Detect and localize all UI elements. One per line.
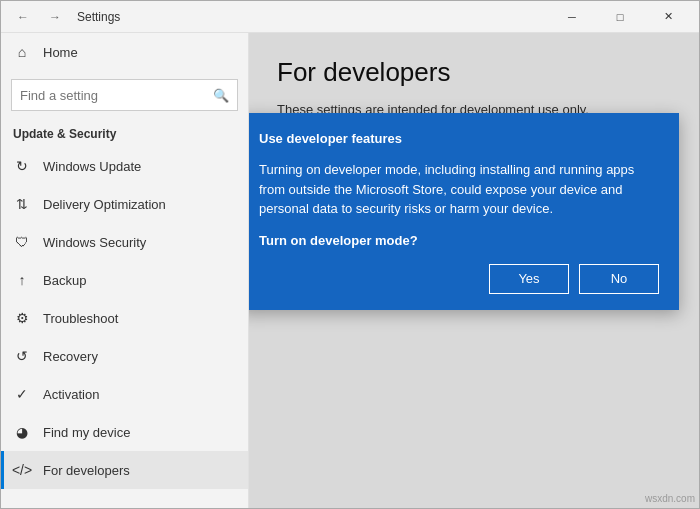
window-title: Settings xyxy=(77,10,120,24)
search-box[interactable]: 🔍 xyxy=(11,79,238,111)
sidebar-section-title: Update & Security xyxy=(1,119,248,147)
window-controls: ─ □ ✕ xyxy=(549,1,691,33)
sidebar-item-label: Windows Security xyxy=(43,235,146,250)
backup-icon: ↑ xyxy=(13,271,31,289)
sidebar-item-label: Recovery xyxy=(43,349,98,364)
sidebar-item-label: Activation xyxy=(43,387,99,402)
activation-icon: ✓ xyxy=(13,385,31,403)
forward-button[interactable]: → xyxy=(41,6,69,28)
windows-update-icon: ↻ xyxy=(13,157,31,175)
sidebar-item-label: Delivery Optimization xyxy=(43,197,166,212)
sidebar-item-windows-update[interactable]: ↻ Windows Update xyxy=(1,147,248,185)
back-button[interactable]: ← xyxy=(9,6,37,28)
for-developers-icon: </> xyxy=(13,461,31,479)
search-icon: 🔍 xyxy=(213,88,229,103)
sidebar-item-label: Windows Update xyxy=(43,159,141,174)
sidebar-item-find-my-device[interactable]: ◕ Find my device xyxy=(1,413,248,451)
no-button[interactable]: No xyxy=(579,264,659,294)
search-input[interactable] xyxy=(20,88,213,103)
dialog: Use developer features Turning on develo… xyxy=(249,113,679,310)
troubleshoot-icon: ⚙ xyxy=(13,309,31,327)
main-content: For developers These settings are intend… xyxy=(249,33,699,508)
settings-window: ← → Settings ─ □ ✕ ⌂ Home 🔍 Update & xyxy=(0,0,700,509)
sidebar-item-label: Troubleshoot xyxy=(43,311,118,326)
sidebar-item-home[interactable]: ⌂ Home xyxy=(1,33,248,71)
sidebar-item-windows-security[interactable]: 🛡 Windows Security xyxy=(1,223,248,261)
sidebar-item-troubleshoot[interactable]: ⚙ Troubleshoot xyxy=(1,299,248,337)
dialog-buttons: Yes No xyxy=(259,264,659,294)
home-icon: ⌂ xyxy=(13,43,31,61)
sidebar-item-label: Backup xyxy=(43,273,86,288)
sidebar-item-backup[interactable]: ↑ Backup xyxy=(1,261,248,299)
close-button[interactable]: ✕ xyxy=(645,1,691,33)
maximize-button[interactable]: □ xyxy=(597,1,643,33)
sidebar-item-for-developers[interactable]: </> For developers xyxy=(1,451,248,489)
recovery-icon: ↺ xyxy=(13,347,31,365)
sidebar-item-delivery-optimization[interactable]: ⇅ Delivery Optimization xyxy=(1,185,248,223)
delivery-optimization-icon: ⇅ xyxy=(13,195,31,213)
dialog-question: Turn on developer mode? xyxy=(259,233,659,248)
watermark: wsxdn.com xyxy=(645,493,695,504)
shield-icon: 🛡 xyxy=(13,233,31,251)
sidebar-item-recovery[interactable]: ↺ Recovery xyxy=(1,337,248,375)
dialog-title: Use developer features xyxy=(259,131,659,146)
nav-controls: ← → xyxy=(9,6,69,28)
dialog-body: Turning on developer mode, including ins… xyxy=(259,160,659,219)
sidebar-item-activation[interactable]: ✓ Activation xyxy=(1,375,248,413)
find-my-device-icon: ◕ xyxy=(13,423,31,441)
minimize-button[interactable]: ─ xyxy=(549,1,595,33)
sidebar-item-label: For developers xyxy=(43,463,130,478)
content-area: ⌂ Home 🔍 Update & Security ↻ Windows Upd… xyxy=(1,33,699,508)
sidebar-home-label: Home xyxy=(43,45,78,60)
title-bar: ← → Settings ─ □ ✕ xyxy=(1,1,699,33)
sidebar: ⌂ Home 🔍 Update & Security ↻ Windows Upd… xyxy=(1,33,249,508)
yes-button[interactable]: Yes xyxy=(489,264,569,294)
sidebar-item-label: Find my device xyxy=(43,425,130,440)
title-bar-left: ← → Settings xyxy=(9,6,120,28)
dialog-overlay: Use developer features Turning on develo… xyxy=(249,33,699,508)
